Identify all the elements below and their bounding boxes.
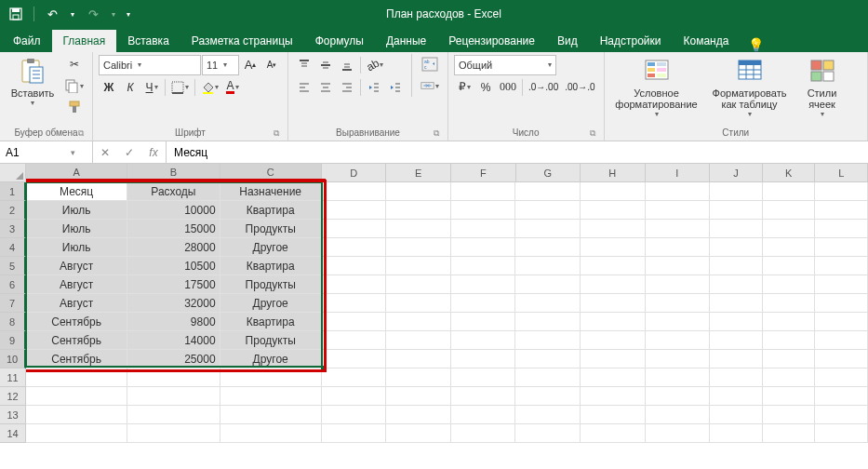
cell[interactable] [220, 424, 322, 443]
cell[interactable]: Другое [220, 294, 322, 313]
tab-formulas[interactable]: Формулы [304, 30, 375, 52]
format-as-table-button[interactable]: Форматировать как таблицу ▾ [705, 54, 795, 120]
cell[interactable] [710, 275, 763, 294]
cell[interactable] [386, 294, 451, 313]
cell[interactable]: 10500 [127, 257, 220, 275]
cell[interactable] [451, 387, 516, 406]
cell[interactable] [322, 424, 387, 443]
select-all-corner[interactable] [0, 164, 26, 182]
cell[interactable] [386, 275, 451, 294]
cell[interactable]: Сентябрь [26, 350, 127, 368]
cell[interactable] [815, 406, 868, 424]
cell[interactable] [451, 331, 516, 350]
tab-data[interactable]: Данные [375, 30, 437, 52]
cell[interactable] [815, 182, 868, 201]
cell[interactable]: Квартира [220, 313, 322, 331]
font-launcher[interactable]: ⧉ [271, 128, 282, 139]
tab-team[interactable]: Команда [673, 30, 741, 52]
cell[interactable] [710, 201, 763, 220]
cell[interactable] [515, 313, 581, 331]
name-box-input[interactable] [6, 146, 71, 159]
cell[interactable]: Сентябрь [26, 313, 127, 331]
cell[interactable] [815, 387, 868, 406]
alignment-launcher[interactable]: ⧉ [431, 128, 442, 139]
cell[interactable] [763, 424, 816, 443]
cell[interactable] [386, 387, 451, 406]
align-middle-button[interactable] [315, 55, 336, 75]
redo-button[interactable]: ↷ [81, 2, 105, 26]
formula-input[interactable] [167, 141, 868, 163]
align-right-button[interactable] [337, 77, 357, 98]
cell[interactable] [581, 294, 646, 313]
cell[interactable] [515, 182, 581, 201]
row-header[interactable]: 10 [0, 350, 26, 368]
col-header-D[interactable]: D [322, 164, 387, 182]
save-button[interactable] [4, 2, 28, 26]
cell[interactable]: Месяц [26, 182, 127, 201]
cell[interactable] [451, 294, 516, 313]
cell[interactable] [386, 350, 451, 368]
cell[interactable] [322, 275, 387, 294]
cell[interactable]: Квартира [220, 201, 322, 220]
cell[interactable]: 17500 [127, 275, 220, 294]
cell[interactable] [515, 424, 581, 443]
number-format-combo[interactable]: Общий▾ [454, 55, 556, 75]
cell[interactable]: 28000 [127, 238, 220, 257]
decrease-font-button[interactable]: A▾ [261, 55, 282, 75]
row-header[interactable]: 5 [0, 257, 26, 275]
cell[interactable] [763, 368, 816, 387]
cell[interactable] [646, 182, 711, 201]
cell[interactable] [386, 313, 451, 331]
cell[interactable] [815, 238, 868, 257]
cell[interactable] [815, 220, 868, 238]
align-left-button[interactable] [294, 77, 314, 98]
cell[interactable]: Квартира [220, 257, 322, 275]
cell[interactable] [386, 368, 451, 387]
merge-button[interactable]: ▾ [418, 75, 442, 96]
cell[interactable]: 25000 [127, 350, 220, 368]
tab-review[interactable]: Рецензирование [437, 30, 546, 52]
cell[interactable] [26, 387, 127, 406]
cell[interactable] [451, 201, 516, 220]
cell[interactable] [710, 220, 763, 238]
cell[interactable] [710, 406, 763, 424]
align-bottom-button[interactable] [337, 55, 357, 75]
cut-button[interactable]: ✂ [61, 54, 87, 74]
copy-button[interactable]: ▾ [61, 75, 87, 96]
underline-button[interactable]: Ч▾ [141, 77, 162, 98]
cell[interactable] [451, 238, 516, 257]
cell[interactable] [763, 238, 816, 257]
format-painter-button[interactable] [61, 97, 87, 117]
col-header-C[interactable]: C [220, 164, 322, 182]
row-header[interactable]: 13 [0, 406, 26, 424]
row-header[interactable]: 14 [0, 424, 26, 443]
cell[interactable] [322, 182, 387, 201]
cell[interactable] [763, 350, 816, 368]
cell[interactable] [581, 182, 646, 201]
cell[interactable] [386, 182, 451, 201]
wrap-text-button[interactable]: abc [418, 54, 442, 74]
cell[interactable] [386, 220, 451, 238]
cell[interactable] [581, 257, 646, 275]
italic-button[interactable]: К [120, 77, 140, 98]
cell[interactable] [581, 275, 646, 294]
col-header-H[interactable]: H [581, 164, 646, 182]
bold-button[interactable]: Ж [99, 77, 119, 98]
cell[interactable] [127, 368, 220, 387]
cell[interactable] [515, 201, 581, 220]
cell[interactable]: Август [26, 294, 127, 313]
cell[interactable] [515, 275, 581, 294]
col-header-L[interactable]: L [815, 164, 868, 182]
cell[interactable] [763, 257, 816, 275]
cell[interactable] [581, 406, 646, 424]
cell[interactable] [515, 331, 581, 350]
cell[interactable] [710, 257, 763, 275]
cell[interactable] [322, 331, 387, 350]
cell[interactable] [322, 257, 387, 275]
cell[interactable]: Август [26, 257, 127, 275]
cell[interactable] [710, 313, 763, 331]
cell[interactable] [815, 294, 868, 313]
cell[interactable] [710, 238, 763, 257]
cell[interactable] [646, 275, 711, 294]
row-header[interactable]: 7 [0, 294, 26, 313]
